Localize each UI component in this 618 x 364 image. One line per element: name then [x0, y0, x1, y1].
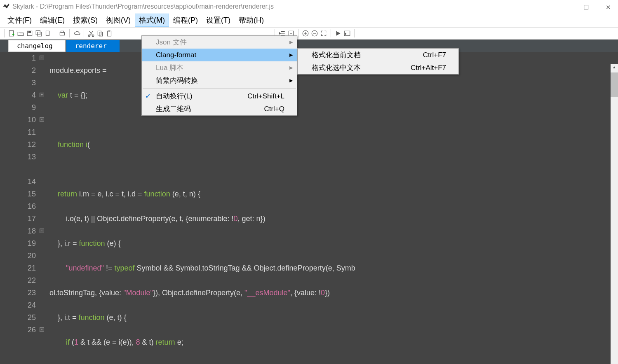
fold-marker[interactable]: - — [40, 117, 44, 122]
tab-renderer[interactable]: renderer — [66, 40, 120, 52]
terminal-icon[interactable] — [343, 30, 351, 37]
menu-clang-format[interactable]: Clang-format▶ — [142, 49, 297, 61]
titlebar: Skylark - D:\Program Files\Thunder\Progr… — [0, 0, 618, 13]
menu-settings[interactable]: 设置(T) — [202, 14, 235, 27]
code-area[interactable]: module.exports = var t = {}; function i(… — [39, 52, 618, 364]
menu-edit[interactable]: 编辑(E) — [36, 14, 69, 27]
app-logo-icon — [2, 3, 10, 10]
svg-rect-4 — [36, 30, 40, 35]
svg-rect-13 — [108, 31, 111, 36]
fullscreen-icon[interactable] — [320, 30, 327, 37]
fold-marker[interactable]: + — [40, 93, 44, 97]
svg-rect-8 — [61, 31, 64, 32]
menu-file[interactable]: 文件(F) — [3, 14, 36, 27]
menu-json-file[interactable]: Json 文件▶ — [142, 36, 297, 49]
menu-word-wrap[interactable]: ✓自动换行(L)Ctrl+Shift+L — [142, 90, 297, 103]
menu-lua-script[interactable]: Lua 脚本▶ — [142, 61, 297, 74]
svg-rect-5 — [38, 32, 42, 36]
minimize-button[interactable]: — — [561, 4, 567, 9]
vertical-scrollbar[interactable]: ▴ — [611, 64, 618, 364]
svg-rect-7 — [60, 33, 64, 35]
menu-program[interactable]: 编程(P) — [169, 14, 202, 27]
tab-changelog[interactable]: changelog — [8, 40, 66, 52]
svg-rect-6 — [46, 31, 49, 35]
open-file-icon[interactable] — [17, 30, 24, 37]
scrollbar-thumb[interactable] — [611, 72, 618, 97]
print-icon[interactable] — [59, 30, 66, 37]
svg-text:+: + — [12, 32, 14, 37]
window-title: Skylark - D:\Program Files\Thunder\Progr… — [12, 3, 561, 10]
fold-marker[interactable]: - — [40, 56, 44, 60]
menubar: 文件(F) 编辑(E) 搜索(S) 视图(V) 格式(M) 编程(P) 设置(T… — [0, 13, 618, 27]
zoom-in-icon[interactable] — [302, 30, 309, 37]
menu-encoding-convert[interactable]: 简繁内码转换▶ — [142, 74, 297, 87]
line-gutter: 1 2 3 4 9 10 11 12 13 14 15 16 17 18 19 … — [0, 52, 39, 364]
copy-icon[interactable] — [44, 30, 52, 37]
menu-help[interactable]: 帮助(H) — [235, 14, 268, 27]
svg-rect-3 — [28, 31, 31, 33]
menu-format-selection[interactable]: 格式化选中文本Ctrl+Alt+F7 — [298, 61, 458, 74]
fold-marker[interactable]: - — [40, 327, 44, 332]
editor[interactable]: 1 2 3 4 9 10 11 12 13 14 15 16 17 18 19 … — [0, 52, 618, 364]
paste-icon[interactable] — [106, 30, 113, 37]
maximize-button[interactable]: ☐ — [583, 4, 589, 9]
check-icon: ✓ — [145, 92, 151, 100]
zoom-out-icon[interactable] — [311, 30, 318, 37]
save-icon[interactable] — [26, 30, 33, 37]
scroll-up-icon[interactable]: ▴ — [611, 64, 618, 72]
menu-format[interactable]: 格式(M) — [135, 14, 169, 27]
menu-qrcode[interactable]: 生成二维码Ctrl+Q — [142, 103, 297, 115]
menu-search[interactable]: 搜索(S) — [69, 14, 102, 27]
format-menu-dropdown: Json 文件▶ Clang-format▶ Lua 脚本▶ 简繁内码转换▶ ✓… — [141, 35, 297, 116]
menu-view[interactable]: 视图(V) — [102, 14, 135, 27]
fold-marker[interactable]: - — [40, 229, 44, 233]
svg-rect-14 — [108, 30, 110, 31]
save-all-icon[interactable] — [35, 30, 42, 37]
new-file-icon[interactable]: + — [8, 30, 15, 37]
window-buttons: — ☐ ✕ — [561, 4, 616, 9]
cloud-icon[interactable] — [73, 30, 80, 37]
clang-format-submenu: 格式化当前文档Ctrl+F7 格式化选中文本Ctrl+Alt+F7 — [297, 48, 459, 75]
run-icon[interactable] — [334, 30, 342, 37]
cut-icon[interactable] — [87, 30, 95, 37]
toolbar: + — [0, 27, 618, 40]
svg-rect-18 — [344, 31, 350, 35]
copy2-icon[interactable] — [96, 30, 104, 37]
menu-format-document[interactable]: 格式化当前文档Ctrl+F7 — [298, 49, 458, 61]
close-button[interactable]: ✕ — [606, 4, 611, 9]
